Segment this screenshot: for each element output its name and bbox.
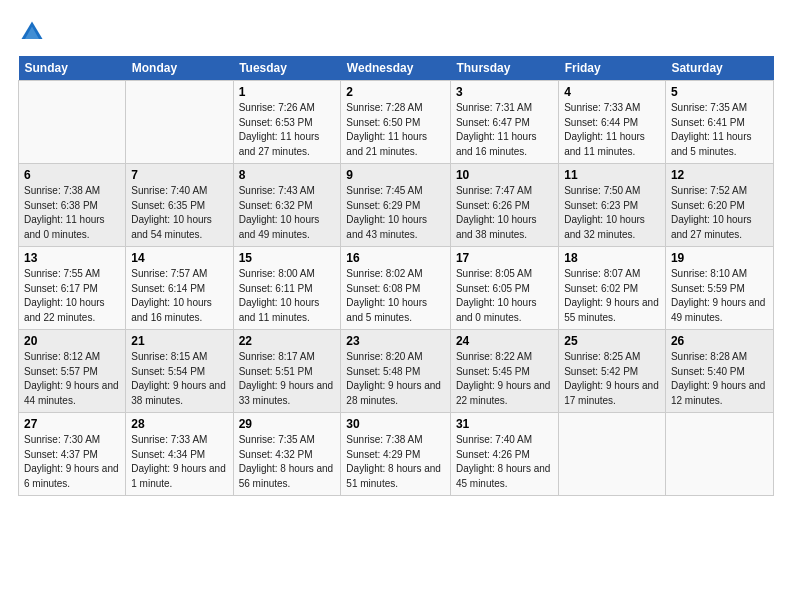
- day-cell: [126, 81, 233, 164]
- day-info: Sunrise: 7:40 AMSunset: 4:26 PMDaylight:…: [456, 433, 553, 491]
- day-cell: 2Sunrise: 7:28 AMSunset: 6:50 PMDaylight…: [341, 81, 451, 164]
- day-info: Sunrise: 8:10 AMSunset: 5:59 PMDaylight:…: [671, 267, 768, 325]
- logo: [18, 18, 50, 46]
- day-number: 30: [346, 417, 445, 431]
- day-cell: 11Sunrise: 7:50 AMSunset: 6:23 PMDayligh…: [559, 164, 666, 247]
- day-info: Sunrise: 7:33 AMSunset: 4:34 PMDaylight:…: [131, 433, 227, 491]
- day-number: 17: [456, 251, 553, 265]
- week-row-3: 13Sunrise: 7:55 AMSunset: 6:17 PMDayligh…: [19, 247, 774, 330]
- header-cell-saturday: Saturday: [665, 56, 773, 81]
- day-info: Sunrise: 7:57 AMSunset: 6:14 PMDaylight:…: [131, 267, 227, 325]
- day-number: 1: [239, 85, 336, 99]
- day-info: Sunrise: 7:43 AMSunset: 6:32 PMDaylight:…: [239, 184, 336, 242]
- day-info: Sunrise: 7:52 AMSunset: 6:20 PMDaylight:…: [671, 184, 768, 242]
- header-cell-sunday: Sunday: [19, 56, 126, 81]
- day-number: 11: [564, 168, 660, 182]
- day-number: 25: [564, 334, 660, 348]
- day-cell: 17Sunrise: 8:05 AMSunset: 6:05 PMDayligh…: [450, 247, 558, 330]
- day-number: 29: [239, 417, 336, 431]
- day-info: Sunrise: 7:47 AMSunset: 6:26 PMDaylight:…: [456, 184, 553, 242]
- day-info: Sunrise: 7:31 AMSunset: 6:47 PMDaylight:…: [456, 101, 553, 159]
- logo-icon: [18, 18, 46, 46]
- week-row-5: 27Sunrise: 7:30 AMSunset: 4:37 PMDayligh…: [19, 413, 774, 496]
- header-cell-tuesday: Tuesday: [233, 56, 341, 81]
- day-info: Sunrise: 8:12 AMSunset: 5:57 PMDaylight:…: [24, 350, 120, 408]
- day-number: 13: [24, 251, 120, 265]
- header: [18, 18, 774, 46]
- day-cell: 19Sunrise: 8:10 AMSunset: 5:59 PMDayligh…: [665, 247, 773, 330]
- day-number: 31: [456, 417, 553, 431]
- day-info: Sunrise: 8:05 AMSunset: 6:05 PMDaylight:…: [456, 267, 553, 325]
- week-row-2: 6Sunrise: 7:38 AMSunset: 6:38 PMDaylight…: [19, 164, 774, 247]
- day-cell: 31Sunrise: 7:40 AMSunset: 4:26 PMDayligh…: [450, 413, 558, 496]
- day-cell: 15Sunrise: 8:00 AMSunset: 6:11 PMDayligh…: [233, 247, 341, 330]
- day-info: Sunrise: 7:38 AMSunset: 4:29 PMDaylight:…: [346, 433, 445, 491]
- day-info: Sunrise: 7:35 AMSunset: 6:41 PMDaylight:…: [671, 101, 768, 159]
- day-number: 2: [346, 85, 445, 99]
- day-number: 27: [24, 417, 120, 431]
- day-number: 5: [671, 85, 768, 99]
- day-cell: 27Sunrise: 7:30 AMSunset: 4:37 PMDayligh…: [19, 413, 126, 496]
- day-number: 12: [671, 168, 768, 182]
- day-cell: 29Sunrise: 7:35 AMSunset: 4:32 PMDayligh…: [233, 413, 341, 496]
- day-number: 8: [239, 168, 336, 182]
- day-cell: 24Sunrise: 8:22 AMSunset: 5:45 PMDayligh…: [450, 330, 558, 413]
- day-number: 24: [456, 334, 553, 348]
- day-number: 28: [131, 417, 227, 431]
- day-cell: 8Sunrise: 7:43 AMSunset: 6:32 PMDaylight…: [233, 164, 341, 247]
- day-cell: 5Sunrise: 7:35 AMSunset: 6:41 PMDaylight…: [665, 81, 773, 164]
- day-cell: 12Sunrise: 7:52 AMSunset: 6:20 PMDayligh…: [665, 164, 773, 247]
- day-info: Sunrise: 8:02 AMSunset: 6:08 PMDaylight:…: [346, 267, 445, 325]
- day-info: Sunrise: 8:17 AMSunset: 5:51 PMDaylight:…: [239, 350, 336, 408]
- day-number: 19: [671, 251, 768, 265]
- header-cell-monday: Monday: [126, 56, 233, 81]
- day-info: Sunrise: 8:25 AMSunset: 5:42 PMDaylight:…: [564, 350, 660, 408]
- day-cell: 30Sunrise: 7:38 AMSunset: 4:29 PMDayligh…: [341, 413, 451, 496]
- header-cell-friday: Friday: [559, 56, 666, 81]
- day-cell: 3Sunrise: 7:31 AMSunset: 6:47 PMDaylight…: [450, 81, 558, 164]
- day-number: 4: [564, 85, 660, 99]
- day-info: Sunrise: 8:07 AMSunset: 6:02 PMDaylight:…: [564, 267, 660, 325]
- day-number: 3: [456, 85, 553, 99]
- day-info: Sunrise: 7:30 AMSunset: 4:37 PMDaylight:…: [24, 433, 120, 491]
- day-cell: 7Sunrise: 7:40 AMSunset: 6:35 PMDaylight…: [126, 164, 233, 247]
- day-cell: 21Sunrise: 8:15 AMSunset: 5:54 PMDayligh…: [126, 330, 233, 413]
- day-cell: 9Sunrise: 7:45 AMSunset: 6:29 PMDaylight…: [341, 164, 451, 247]
- day-info: Sunrise: 7:40 AMSunset: 6:35 PMDaylight:…: [131, 184, 227, 242]
- calendar-table: SundayMondayTuesdayWednesdayThursdayFrid…: [18, 56, 774, 496]
- day-number: 18: [564, 251, 660, 265]
- day-number: 26: [671, 334, 768, 348]
- day-cell: 6Sunrise: 7:38 AMSunset: 6:38 PMDaylight…: [19, 164, 126, 247]
- header-cell-thursday: Thursday: [450, 56, 558, 81]
- day-number: 16: [346, 251, 445, 265]
- day-number: 20: [24, 334, 120, 348]
- day-cell: 16Sunrise: 8:02 AMSunset: 6:08 PMDayligh…: [341, 247, 451, 330]
- day-cell: 28Sunrise: 7:33 AMSunset: 4:34 PMDayligh…: [126, 413, 233, 496]
- day-number: 23: [346, 334, 445, 348]
- day-cell: 23Sunrise: 8:20 AMSunset: 5:48 PMDayligh…: [341, 330, 451, 413]
- day-info: Sunrise: 7:55 AMSunset: 6:17 PMDaylight:…: [24, 267, 120, 325]
- day-info: Sunrise: 7:26 AMSunset: 6:53 PMDaylight:…: [239, 101, 336, 159]
- header-row: SundayMondayTuesdayWednesdayThursdayFrid…: [19, 56, 774, 81]
- day-info: Sunrise: 7:38 AMSunset: 6:38 PMDaylight:…: [24, 184, 120, 242]
- header-cell-wednesday: Wednesday: [341, 56, 451, 81]
- day-cell: 14Sunrise: 7:57 AMSunset: 6:14 PMDayligh…: [126, 247, 233, 330]
- day-number: 9: [346, 168, 445, 182]
- day-number: 10: [456, 168, 553, 182]
- day-info: Sunrise: 8:28 AMSunset: 5:40 PMDaylight:…: [671, 350, 768, 408]
- week-row-1: 1Sunrise: 7:26 AMSunset: 6:53 PMDaylight…: [19, 81, 774, 164]
- day-cell: 1Sunrise: 7:26 AMSunset: 6:53 PMDaylight…: [233, 81, 341, 164]
- day-number: 21: [131, 334, 227, 348]
- day-cell: 20Sunrise: 8:12 AMSunset: 5:57 PMDayligh…: [19, 330, 126, 413]
- week-row-4: 20Sunrise: 8:12 AMSunset: 5:57 PMDayligh…: [19, 330, 774, 413]
- page: SundayMondayTuesdayWednesdayThursdayFrid…: [0, 0, 792, 612]
- day-cell: 22Sunrise: 8:17 AMSunset: 5:51 PMDayligh…: [233, 330, 341, 413]
- day-info: Sunrise: 7:45 AMSunset: 6:29 PMDaylight:…: [346, 184, 445, 242]
- day-number: 15: [239, 251, 336, 265]
- day-info: Sunrise: 7:33 AMSunset: 6:44 PMDaylight:…: [564, 101, 660, 159]
- day-cell: [665, 413, 773, 496]
- day-info: Sunrise: 8:20 AMSunset: 5:48 PMDaylight:…: [346, 350, 445, 408]
- day-number: 14: [131, 251, 227, 265]
- day-number: 7: [131, 168, 227, 182]
- day-cell: [559, 413, 666, 496]
